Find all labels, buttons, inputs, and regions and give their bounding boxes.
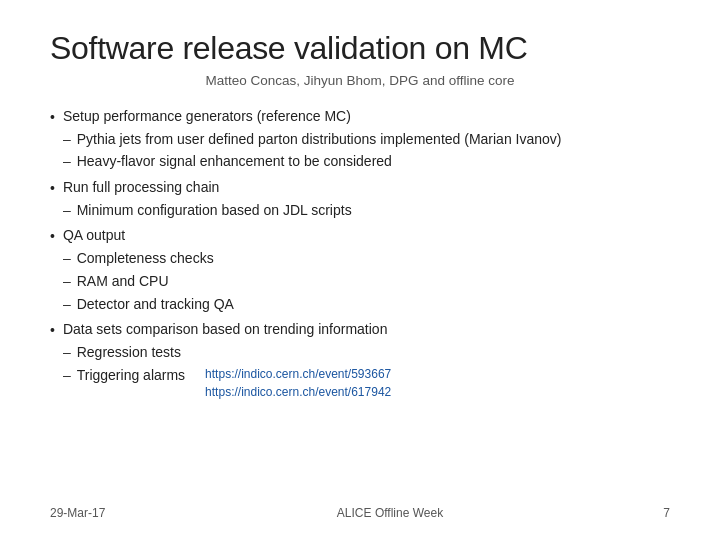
footer-date: 29-Mar-17 <box>50 506 130 520</box>
sub-list-item: – RAM and CPU <box>63 271 234 293</box>
li-content: QA output – Completeness checks – RAM an… <box>63 225 234 315</box>
sub-list-item: – Regression tests <box>63 342 391 364</box>
sub-item-text: Completeness checks <box>77 248 214 270</box>
dash-icon: – <box>63 129 71 151</box>
bullet-icon: • <box>50 320 55 342</box>
item-text: QA output <box>63 225 234 247</box>
list-item: • QA output – Completeness checks – RAM … <box>50 225 670 315</box>
dash-icon: – <box>63 294 71 316</box>
footer-event: ALICE Offline Week <box>337 506 443 520</box>
bullet-icon: • <box>50 226 55 248</box>
list-item: • Run full processing chain – Minimum co… <box>50 177 670 221</box>
dash-icon: – <box>63 151 71 173</box>
sub-list: – Minimum configuration based on JDL scr… <box>63 199 352 222</box>
sub-list-item: – Completeness checks <box>63 248 234 270</box>
sub-item-text: Pythia jets from user defined parton dis… <box>77 129 562 151</box>
sub-item-text: Regression tests <box>77 342 181 364</box>
dash-icon: – <box>63 248 71 270</box>
sub-list: – Pythia jets from user defined parton d… <box>63 128 562 173</box>
sub-item-text: Detector and tracking QA <box>77 294 234 316</box>
triggering-alarms-text: Triggering alarms <box>77 365 185 387</box>
sub-list: – Completeness checks – RAM and CPU – De… <box>63 247 234 315</box>
event-link-2[interactable]: https://indico.cern.ch/event/617942 <box>205 383 391 402</box>
event-link-1[interactable]: https://indico.cern.ch/event/593667 <box>205 365 391 384</box>
sub-list-item: – Minimum configuration based on JDL scr… <box>63 200 352 222</box>
sub-list-item: – Triggering alarms https://indico.cern.… <box>63 365 391 402</box>
sub-list-item: – Heavy-flavor signal enhancement to be … <box>63 151 562 173</box>
li-content: Data sets comparison based on trending i… <box>63 319 391 402</box>
slide-subtitle: Matteo Concas, Jihyun Bhom, DPG and offl… <box>50 73 670 88</box>
footer-page: 7 <box>650 506 670 520</box>
item-text: Run full processing chain <box>63 177 352 199</box>
dash-icon: – <box>63 271 71 293</box>
item-text: Setup performance generators (reference … <box>63 106 562 128</box>
slide-content: • Setup performance generators (referenc… <box>50 106 670 500</box>
dash-icon: – <box>63 342 71 364</box>
slide-title: Software release validation on MC <box>50 30 670 67</box>
bullet-icon: • <box>50 107 55 129</box>
last-row: Triggering alarms https://indico.cern.ch… <box>77 365 392 402</box>
sub-item-text: Minimum configuration based on JDL scrip… <box>77 200 352 222</box>
li-content: Run full processing chain – Minimum conf… <box>63 177 352 221</box>
dash-icon: – <box>63 200 71 222</box>
bullet-icon: • <box>50 178 55 200</box>
slide-footer: 29-Mar-17 ALICE Offline Week 7 <box>50 506 670 520</box>
main-list: • Setup performance generators (referenc… <box>50 106 670 402</box>
item-text: Data sets comparison based on trending i… <box>63 319 391 341</box>
li-content: Setup performance generators (reference … <box>63 106 562 173</box>
sub-list-item: – Detector and tracking QA <box>63 294 234 316</box>
event-links: https://indico.cern.ch/event/593667 http… <box>205 365 391 402</box>
list-item: • Setup performance generators (referenc… <box>50 106 670 173</box>
dash-icon: – <box>63 365 71 387</box>
sub-list-item: – Pythia jets from user defined parton d… <box>63 129 562 151</box>
list-item: • Data sets comparison based on trending… <box>50 319 670 402</box>
slide: Software release validation on MC Matteo… <box>0 0 720 540</box>
sub-item-text: Heavy-flavor signal enhancement to be co… <box>77 151 392 173</box>
sub-list: – Regression tests – Triggering alarms h… <box>63 341 391 402</box>
sub-item-text: RAM and CPU <box>77 271 169 293</box>
